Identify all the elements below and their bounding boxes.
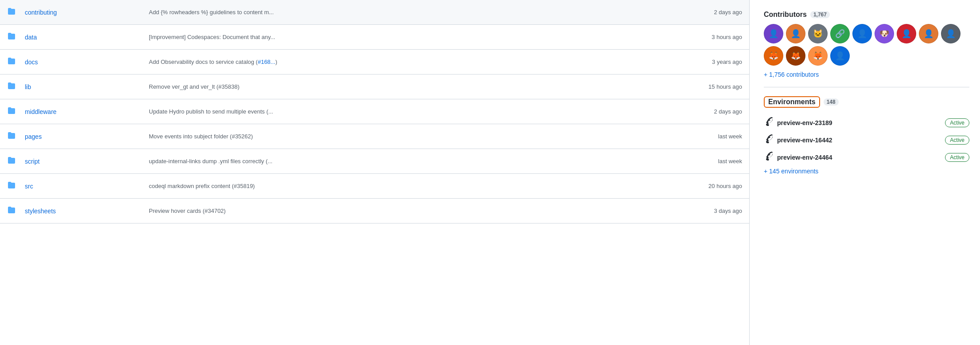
environment-status-badge: Active [945, 136, 969, 145]
avatar[interactable]: 🐱 [808, 24, 828, 43]
file-name[interactable]: script [25, 158, 149, 165]
folder-icon [7, 32, 25, 42]
divider [764, 87, 969, 87]
file-name[interactable]: pages [25, 133, 149, 140]
contributors-label: Contributors [764, 11, 807, 19]
more-contributors-link[interactable]: + 1,756 contributors [764, 71, 969, 78]
file-commit: codeql markdown prefix content (#35819) [149, 183, 684, 189]
table-row: libRemove ver_gt and ver_lt (#35838)15 h… [0, 74, 749, 99]
environment-status-badge: Active [945, 118, 969, 127]
file-time: last week [684, 158, 742, 165]
folder-icon [7, 206, 25, 216]
file-time: 2 days ago [684, 9, 742, 16]
file-name[interactable]: stylesheets [25, 208, 149, 215]
file-commit: Remove ver_gt and ver_lt (#35838) [149, 83, 684, 90]
table-row: srccodeql markdown prefix content (#3581… [0, 174, 749, 199]
avatars-grid: 👤 👤 🐱 🔗 👤 🐶 👤 👤 👤 🦊 🦊 🦊 👤 [764, 24, 969, 66]
environment-item: preview-env-23189Active [764, 114, 969, 131]
environments-count: 148 [824, 98, 839, 106]
file-commit: Preview hover cards (#34702) [149, 208, 684, 214]
file-name[interactable]: lib [25, 83, 149, 90]
rocket-icon [764, 152, 773, 163]
avatar[interactable]: 👤 [897, 24, 916, 43]
folder-icon [7, 156, 25, 166]
table-row: contributingAdd {% rowheaders %} guideli… [0, 0, 749, 25]
environment-name[interactable]: preview-env-23189 [777, 119, 941, 126]
avatar[interactable]: 🔗 [830, 24, 850, 43]
environments-section: Environments 148 [764, 96, 839, 108]
file-commit: update-internal-links dump .yml files co… [149, 158, 684, 165]
folder-icon [7, 82, 25, 92]
file-time: last week [684, 133, 742, 140]
table-row: data[Improvement] Codespaces: Document t… [0, 25, 749, 50]
file-time: 3 years ago [684, 59, 742, 65]
environments-label[interactable]: Environments [764, 96, 820, 108]
avatar[interactable]: 🐶 [875, 24, 894, 43]
file-commit: Add {% rowheaders %} guidelines to conte… [149, 9, 684, 16]
file-time: 15 hours ago [684, 83, 742, 90]
contributors-section-title: Contributors 1,767 [764, 11, 969, 19]
environment-name[interactable]: preview-env-16442 [777, 137, 941, 144]
avatar[interactable]: 🦊 [786, 46, 805, 66]
file-time: 3 hours ago [684, 34, 742, 40]
file-name[interactable]: contributing [25, 9, 149, 16]
table-row: docsAdd Observability docs to service ca… [0, 50, 749, 74]
environment-item: preview-env-16442Active [764, 131, 969, 149]
folder-icon [7, 106, 25, 117]
file-commit: Add Observability docs to service catalo… [149, 59, 684, 65]
file-name[interactable]: data [25, 34, 149, 41]
environment-item: preview-env-24464Active [764, 149, 969, 166]
folder-icon [7, 181, 25, 191]
table-row: pagesMove events into subject folder (#3… [0, 124, 749, 149]
file-commit: Move events into subject folder (#35262) [149, 133, 684, 140]
file-name[interactable]: src [25, 183, 149, 190]
avatar[interactable]: 🦊 [764, 46, 783, 66]
folder-icon [7, 57, 25, 67]
table-row: middlewareUpdate Hydro publish to send m… [0, 99, 749, 124]
avatar[interactable]: 👤 [919, 24, 938, 43]
avatar[interactable]: 👤 [786, 24, 805, 43]
file-time: 2 days ago [684, 108, 742, 115]
avatar[interactable]: 👤 [830, 46, 850, 66]
table-row: scriptupdate-internal-links dump .yml fi… [0, 149, 749, 174]
file-commit: [Improvement] Codespaces: Document that … [149, 34, 684, 40]
commit-link[interactable]: #168... [258, 59, 276, 65]
environment-status-badge: Active [945, 153, 969, 162]
avatar[interactable]: 👤 [852, 24, 872, 43]
file-name[interactable]: middleware [25, 108, 149, 115]
file-table: contributingAdd {% rowheaders %} guideli… [0, 0, 750, 345]
file-commit: Update Hydro publish to send multiple ev… [149, 108, 684, 115]
table-row: stylesheetsPreview hover cards (#34702)3… [0, 199, 749, 223]
more-environments-link[interactable]: + 145 environments [764, 168, 969, 175]
environments-list: preview-env-23189Activepreview-env-16442… [764, 114, 969, 166]
avatar[interactable]: 👤 [941, 24, 961, 43]
file-time: 3 days ago [684, 208, 742, 214]
environment-name[interactable]: preview-env-24464 [777, 154, 941, 161]
avatar[interactable]: 👤 [764, 24, 783, 43]
file-name[interactable]: docs [25, 59, 149, 66]
folder-icon [7, 131, 25, 141]
rocket-icon [764, 117, 773, 128]
file-time: 20 hours ago [684, 183, 742, 189]
sidebar: Contributors 1,767 👤 👤 🐱 🔗 👤 🐶 👤 👤 👤 🦊 🦊… [750, 0, 980, 345]
folder-icon [7, 7, 25, 17]
contributors-count: 1,767 [810, 11, 830, 18]
rocket-icon [764, 134, 773, 145]
avatar[interactable]: 🦊 [808, 46, 828, 66]
